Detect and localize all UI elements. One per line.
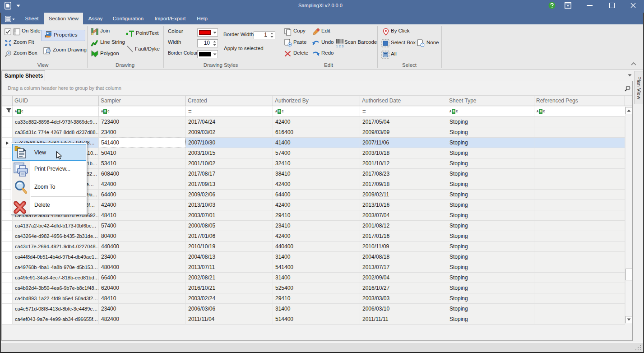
svg-text:1 2 3: 1 2 3 bbox=[336, 44, 344, 48]
